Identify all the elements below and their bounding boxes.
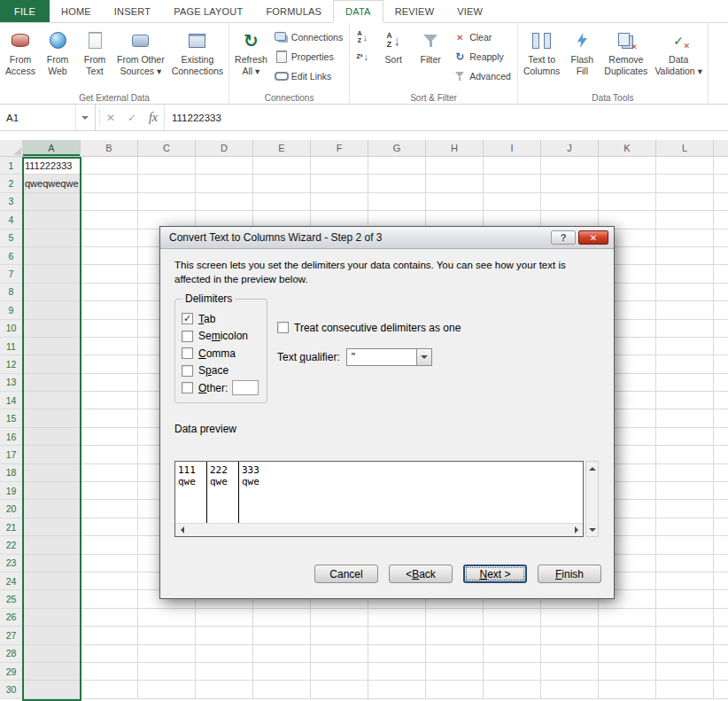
cell-g28[interactable] (368, 645, 426, 663)
cell-e2[interactable] (253, 175, 311, 192)
cell-d26[interactable] (196, 609, 253, 627)
delimiter-option-comma[interactable]: Comma (182, 345, 260, 362)
cell-a8[interactable] (23, 284, 81, 301)
cell-f27[interactable] (311, 627, 368, 644)
cell-m14[interactable] (714, 392, 728, 409)
cell-l30[interactable] (656, 681, 714, 698)
row-header-3[interactable]: 3 (0, 193, 23, 211)
column-header-i[interactable]: I (484, 140, 541, 157)
cell-b5[interactable] (81, 230, 138, 247)
cell-m30[interactable] (714, 681, 728, 698)
cell-e28[interactable] (253, 645, 311, 663)
column-header-k[interactable]: K (599, 140, 656, 157)
cell-b10[interactable] (81, 320, 138, 338)
cell-b11[interactable] (81, 338, 138, 355)
cell-l25[interactable] (656, 590, 714, 608)
cell-g30[interactable] (368, 681, 426, 698)
cell-l7[interactable] (656, 265, 714, 283)
cell-e29[interactable] (253, 663, 311, 681)
delimiter-option-space[interactable]: Space (182, 362, 260, 380)
column-header-f[interactable]: F (311, 140, 368, 157)
sort-descending-button[interactable] (352, 47, 375, 66)
data-validation-button[interactable]: DataValidation ▾ (651, 25, 706, 90)
cell-m6[interactable] (714, 247, 728, 265)
cell-b7[interactable] (81, 265, 138, 283)
cell-c28[interactable] (138, 645, 196, 663)
ribbon-tab-review[interactable]: REVIEW (383, 0, 446, 22)
cell-j29[interactable] (541, 663, 599, 681)
cell-h26[interactable] (426, 609, 484, 627)
row-header-10[interactable]: 10 (0, 320, 23, 338)
treat-consecutive-option[interactable]: Treat consecutive delimiters as one (277, 319, 461, 337)
ribbon-tab-formulas[interactable]: FORMULAS (254, 0, 333, 22)
cell-m15[interactable] (714, 409, 728, 427)
cell-m20[interactable] (714, 500, 728, 518)
cell-a17[interactable] (23, 446, 81, 463)
checkbox-unchecked-icon[interactable] (182, 382, 193, 393)
cell-d30[interactable] (196, 681, 253, 698)
cell-l20[interactable] (656, 500, 714, 518)
cell-a14[interactable] (23, 392, 81, 409)
next-button[interactable]: Next > (463, 565, 527, 583)
preview-vertical-scrollbar[interactable] (585, 461, 599, 537)
cell-l23[interactable] (656, 555, 714, 572)
row-header-30[interactable]: 30 (0, 681, 23, 698)
cell-b20[interactable] (81, 500, 138, 518)
cell-a16[interactable] (23, 428, 81, 446)
text-to-columns-button[interactable]: Text toColumns (520, 25, 563, 90)
cell-a18[interactable] (23, 464, 81, 482)
cell-c2[interactable] (138, 175, 196, 192)
checkbox-checked-icon[interactable]: ✓ (182, 313, 193, 324)
row-header-17[interactable]: 17 (0, 446, 23, 463)
existing-connections-button[interactable]: ExistingConnections (168, 25, 227, 90)
sort-button[interactable]: Sort (375, 25, 412, 90)
cell-b15[interactable] (81, 409, 138, 427)
cell-e26[interactable] (253, 609, 311, 627)
delimiter-option-other[interactable]: Other: (182, 379, 260, 397)
connections-button[interactable]: Connections (271, 27, 347, 47)
cell-a29[interactable] (23, 663, 81, 681)
cell-m2[interactable] (714, 175, 728, 192)
row-header-14[interactable]: 14 (0, 392, 23, 409)
cell-f29[interactable] (311, 663, 368, 681)
from-text-button[interactable]: FromText (76, 25, 113, 90)
cell-l3[interactable] (656, 193, 714, 211)
column-header-d[interactable]: D (196, 140, 253, 157)
cell-m12[interactable] (714, 355, 728, 373)
row-header-12[interactable]: 12 (0, 355, 23, 373)
cell-l13[interactable] (656, 374, 714, 392)
cell-m17[interactable] (714, 446, 728, 463)
cell-m8[interactable] (714, 284, 728, 301)
cell-h3[interactable] (426, 193, 484, 211)
cell-j30[interactable] (541, 681, 599, 698)
cell-a10[interactable] (23, 320, 81, 338)
cancel-entry-icon[interactable]: ✕ (100, 105, 121, 130)
cell-j3[interactable] (541, 193, 599, 211)
cell-l29[interactable] (656, 663, 714, 681)
cell-m18[interactable] (714, 464, 728, 482)
cell-f26[interactable] (311, 609, 368, 627)
cell-b24[interactable] (81, 572, 138, 590)
cell-k28[interactable] (599, 645, 656, 663)
row-header-22[interactable]: 22 (0, 536, 23, 554)
delimiter-option-tab[interactable]: ✓Tab (182, 310, 260, 328)
cell-l11[interactable] (656, 338, 714, 355)
cell-c30[interactable] (138, 681, 196, 698)
cell-a1[interactable]: 111222333 (23, 157, 81, 175)
scroll-left-icon[interactable] (175, 524, 189, 537)
cell-m25[interactable] (714, 590, 728, 608)
cell-a23[interactable] (23, 555, 81, 572)
row-header-23[interactable]: 23 (0, 555, 23, 572)
row-header-1[interactable]: 1 (0, 157, 23, 175)
cell-l4[interactable] (656, 211, 714, 229)
row-header-11[interactable]: 11 (0, 338, 23, 355)
column-header-h[interactable]: H (426, 140, 484, 157)
cell-f1[interactable] (311, 157, 368, 175)
row-header-27[interactable]: 27 (0, 627, 23, 644)
cell-a5[interactable] (23, 230, 81, 247)
cell-d27[interactable] (196, 627, 253, 644)
column-header-g[interactable]: G (368, 140, 426, 157)
close-button[interactable]: ✕ (578, 230, 608, 245)
ribbon-tab-data[interactable]: DATA (333, 0, 383, 23)
cell-b23[interactable] (81, 555, 138, 572)
